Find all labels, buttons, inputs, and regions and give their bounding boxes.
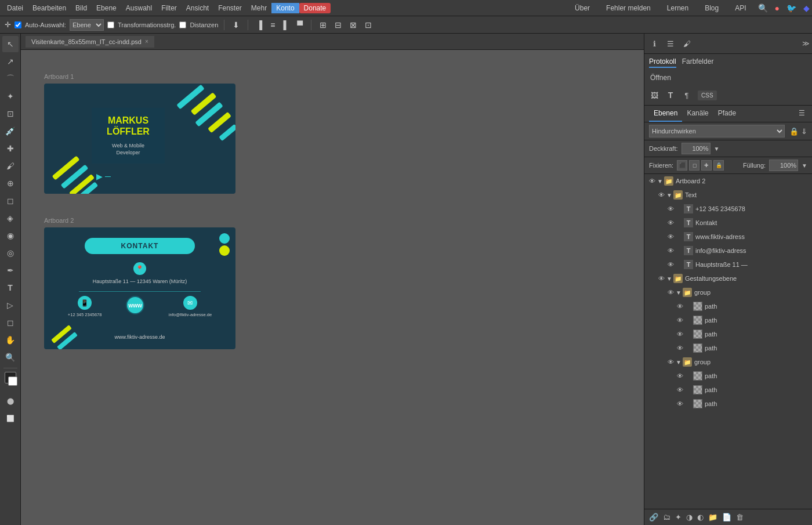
menu-bild[interactable]: Bild (71, 3, 92, 13)
layer-expand-arrow[interactable]: ▼ (666, 276, 672, 282)
bottom-delete-icon[interactable]: 🗑 (736, 513, 744, 522)
healing-tool[interactable]: ✚ (2, 140, 19, 157)
layer-item[interactable]: 👁path (644, 383, 812, 397)
menu-lernen[interactable]: Lernen (662, 3, 693, 13)
auto-select-dropdown[interactable]: Ebene Gruppe (70, 19, 104, 31)
distribute1-icon[interactable]: ⊞ (317, 19, 329, 31)
layer-item[interactable]: 👁path (644, 299, 812, 313)
layer-visibility-icon[interactable]: 👁 (665, 357, 676, 367)
tab-close-btn[interactable]: × (145, 38, 148, 45)
bottom-group-icon[interactable]: 📁 (708, 513, 717, 522)
twitter-icon[interactable]: 🐦 (786, 3, 796, 13)
align-left-icon[interactable]: ▐ (254, 19, 264, 31)
layer-item[interactable]: 👁▼📁Text (644, 188, 812, 202)
layer-visibility-icon[interactable]: 👁 (656, 273, 666, 284)
clone-tool[interactable]: ⊕ (2, 175, 19, 191)
artboard2-card[interactable]: KONTAKT 📍 Hauptstraße 11 — 12345 Waren (… (44, 227, 235, 349)
layer-item[interactable]: 👁Twww.fiktiv-adress (644, 230, 812, 244)
reddit-icon[interactable]: ● (775, 3, 780, 13)
layer-item[interactable]: 👁path (644, 327, 812, 341)
layer-item[interactable]: 👁THauptstraße 11 — (644, 258, 812, 271)
fix-vector-icon[interactable]: ✚ (701, 160, 712, 171)
menu-donate[interactable]: Donate (299, 3, 331, 13)
transform-checkbox[interactable] (107, 21, 114, 28)
panel-info-icon[interactable]: ℹ (647, 36, 662, 51)
panel-img-icon[interactable]: 🖼 (647, 88, 662, 103)
layer-item[interactable]: 👁TKontakt (644, 216, 812, 230)
distances-checkbox[interactable] (179, 21, 186, 28)
path-select-tool[interactable]: ▷ (2, 297, 19, 313)
menu-blog[interactable]: Blog (700, 3, 723, 13)
layer-visibility-icon[interactable]: 👁 (675, 315, 685, 325)
quick-mask-tool[interactable]: ⬤ (2, 393, 19, 409)
layers-tab-kanale[interactable]: Kanäle (682, 106, 713, 122)
blend-mode-select[interactable]: Hindurchwirken Normal Multiplizieren (649, 125, 785, 137)
hand-tool[interactable]: ✋ (2, 332, 19, 348)
crop-tool[interactable]: ⊡ (2, 106, 19, 122)
fix-transform-icon[interactable]: ◻ (689, 160, 699, 171)
layer-visibility-icon[interactable]: 👁 (665, 218, 676, 228)
layer-expand-arrow[interactable]: ▼ (676, 289, 682, 296)
dodge-tool[interactable]: ◎ (2, 245, 19, 261)
panel-paragraph-icon[interactable]: ¶ (679, 88, 694, 103)
layer-item[interactable]: 👁path (644, 397, 812, 411)
menu-ansicht[interactable]: Ansicht (182, 3, 213, 13)
tab-farbfelder[interactable]: Farbfelder (682, 56, 714, 68)
distribute3-icon[interactable]: ⊠ (347, 19, 359, 31)
align-download-icon[interactable]: ⬇ (230, 19, 242, 31)
layer-item[interactable]: 👁T+12 345 2345678 (644, 202, 812, 216)
menu-konto[interactable]: Konto (271, 3, 299, 13)
zoom-tool[interactable]: 🔍 (2, 349, 19, 365)
bottom-add-layer-icon[interactable]: 🗂 (663, 513, 670, 522)
brush-tool[interactable]: 🖌 (2, 158, 19, 174)
fix-all-icon[interactable]: 🔒 (713, 160, 724, 171)
align-top-icon[interactable]: ▀ (295, 19, 305, 31)
distribute4-icon[interactable]: ⊡ (362, 19, 374, 31)
layer-visibility-icon[interactable]: 👁 (665, 231, 676, 242)
panel-oeffnen-link[interactable]: Öffnen (644, 70, 812, 85)
layer-visibility-icon[interactable]: 👁 (675, 371, 685, 381)
layers-options-btn[interactable]: ☰ (796, 106, 807, 122)
menu-uber[interactable]: Über (570, 3, 594, 13)
layer-visibility-icon[interactable]: 👁 (675, 343, 685, 353)
layer-visibility-icon[interactable]: 👁 (647, 176, 657, 186)
background-color[interactable] (8, 376, 17, 386)
bottom-link-icon[interactable]: 🔗 (649, 513, 658, 522)
layer-visibility-icon[interactable]: 👁 (665, 287, 676, 298)
layer-item[interactable]: 👁▼📁group (644, 285, 812, 299)
fill-input[interactable] (769, 160, 798, 171)
panel-collapse-btn[interactable]: ≫ (802, 39, 810, 48)
distribute2-icon[interactable]: ⊟ (332, 19, 344, 31)
opacity-input[interactable] (682, 143, 710, 154)
panel-settings-icon[interactable]: ☰ (663, 36, 678, 51)
blend-lock-icon[interactable]: 🔒 (789, 127, 799, 136)
layer-item[interactable]: 👁Tinfo@fiktiv-adress (644, 244, 812, 258)
auto-select-checkbox[interactable] (14, 21, 21, 28)
layer-item[interactable]: 👁▼📁Gestaltungsebene (644, 271, 812, 285)
canvas[interactable]: Artboard 1 (21, 50, 644, 525)
layer-visibility-icon[interactable]: 👁 (665, 259, 676, 270)
layer-expand-arrow[interactable]: ▼ (666, 192, 672, 198)
bottom-effects-icon[interactable]: ✦ (675, 513, 682, 522)
align-center-h-icon[interactable]: ≡ (268, 19, 277, 31)
eraser-tool[interactable]: ◻ (2, 193, 19, 209)
menu-mehr[interactable]: Mehr (246, 3, 271, 13)
panel-type-icon[interactable]: T (663, 88, 678, 103)
blur-tool[interactable]: ◉ (2, 227, 19, 244)
menu-bearbeiten[interactable]: Bearbeiten (28, 3, 71, 13)
opacity-arrow[interactable]: ▼ (714, 146, 720, 152)
layer-visibility-icon[interactable]: 👁 (656, 190, 666, 200)
layer-item[interactable]: 👁path (644, 313, 812, 327)
layers-tab-pfade[interactable]: Pfade (713, 106, 741, 122)
tab-protokoll[interactable]: Protokoll (649, 56, 676, 68)
shape-tool[interactable]: ◻ (2, 314, 19, 331)
layer-visibility-icon[interactable]: 👁 (675, 301, 685, 312)
blend-chain-icon[interactable]: ⇓ (801, 127, 807, 136)
layer-expand-arrow[interactable]: ▼ (676, 359, 682, 365)
menu-fehler[interactable]: Fehler melden (601, 3, 655, 13)
menu-auswahl[interactable]: Auswahl (121, 3, 157, 13)
layer-visibility-icon[interactable]: 👁 (665, 204, 676, 214)
pen-tool[interactable]: ✒ (2, 262, 19, 278)
artboard1-card[interactable]: MARKUS LÖFFLER Web & MobileDeveloper ▶ ─ (44, 84, 235, 194)
direct-select-tool[interactable]: ↗ (2, 53, 19, 70)
